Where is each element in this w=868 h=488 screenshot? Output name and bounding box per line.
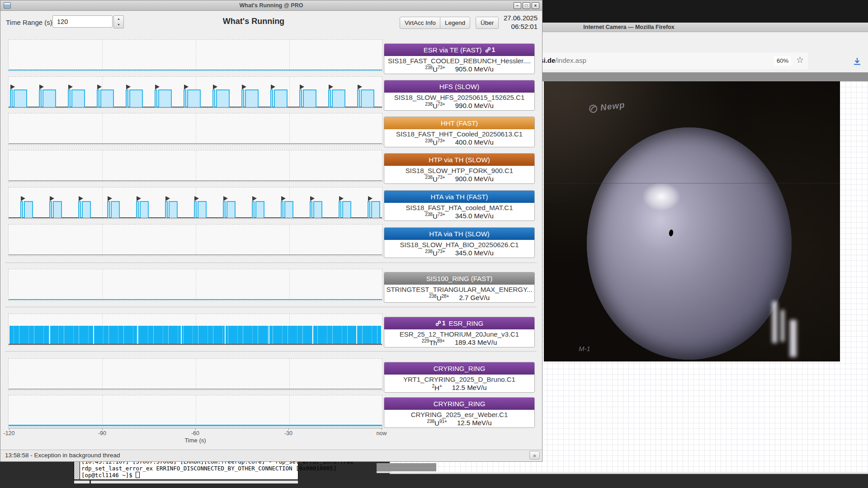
desktop-black-strip <box>542 0 868 23</box>
pattern-name: SIS18_FAST_COOLED_REBUNCH_Hessler.... <box>384 57 534 65</box>
card-header: CRYRING_RING <box>384 398 534 410</box>
card-header: CRYRING_RING <box>384 362 534 375</box>
axis-tick-label: -60 <box>182 430 209 436</box>
date-text: 27.06.2025 <box>504 14 538 23</box>
group-separator <box>5 351 537 352</box>
card-header: HHT (FAST) <box>384 117 534 129</box>
energy-value: 12.5 MeV/u <box>452 384 487 392</box>
card-header: HTP via TH (SLOW) <box>384 154 534 166</box>
energy-value: 345.0 MeV/u <box>455 249 494 257</box>
card-header: HTA via TH (SLOW) <box>384 228 534 240</box>
energy-value: 905.0 MeV/u <box>455 65 494 73</box>
link-icon: 1 <box>435 319 446 327</box>
app-icon <box>4 2 11 9</box>
camera-image: Newp M-1 <box>544 81 840 361</box>
camera-scanline <box>544 183 840 183</box>
energy-value: 900.0 MeV/u <box>455 175 494 183</box>
energy-value: 400.0 MeV/u <box>455 138 494 146</box>
camera-sphere <box>587 127 792 360</box>
card-header: ESR via TE (FAST) 1 <box>384 44 534 56</box>
background-window-titlebar-fragment <box>377 463 436 471</box>
spinner-up-icon[interactable]: ▲ <box>114 16 123 22</box>
terminal-frame-fragment <box>74 480 90 483</box>
zoom-level-badge[interactable]: 60% <box>774 56 791 66</box>
pattern-name: SIS18_SLOW_HFS_20250615_152625.C1 <box>384 94 534 101</box>
whats-running-window: What's Running @ PRO − □ × Time Range (s… <box>0 0 542 462</box>
timeline-row <box>8 269 382 301</box>
pattern-card[interactable]: 1 ESR_RING ESR_25_12_THORIUM_20June_v3.C… <box>384 317 535 347</box>
x-axis-title: Time (s) <box>168 437 222 444</box>
spinner-down-icon[interactable]: ▼ <box>114 22 123 28</box>
timeline-row <box>8 358 382 390</box>
axis-tick-label: now <box>368 430 395 436</box>
pattern-name: SIS18_SLOW_HTA_BIO_20250626.C1 <box>384 241 534 249</box>
timeline-row <box>8 314 382 346</box>
axis-tick-label: -90 <box>89 430 116 436</box>
ion-label: 238U73+ <box>425 249 445 257</box>
maximize-button[interactable]: □ <box>523 2 530 9</box>
timeline-row <box>8 39 382 71</box>
page-title: What's Running <box>190 17 317 26</box>
virtacc-info-button[interactable]: VirtAcc Info <box>400 17 441 29</box>
pattern-card[interactable]: CRYRING_RING CRYRING_2025_esr_Weber.C1 2… <box>384 397 535 428</box>
ion-label: 238U91+ <box>427 419 447 427</box>
card-header: 1 ESR_RING <box>384 317 534 329</box>
camera-light-streak <box>790 320 797 357</box>
about-button[interactable]: Über <box>476 17 499 29</box>
status-message: 13:58:58 - Exception in background threa… <box>5 452 120 459</box>
url-path: /index.asp <box>555 56 586 64</box>
energy-value: 189.43 MeV/u <box>455 338 497 347</box>
pattern-card[interactable]: HFS (SLOW) SIS18_SLOW_HFS_20250615_15262… <box>384 80 535 111</box>
pattern-name: YRT1_CRYRING_2025_D_Bruno.C1 <box>384 375 534 383</box>
timeline-row <box>8 187 382 219</box>
scroll-top-button[interactable]: » <box>529 451 540 460</box>
minimize-button[interactable]: − <box>514 2 521 9</box>
axis-tick-label: -30 <box>275 430 302 436</box>
pattern-card[interactable]: HTA via TH (FAST) SIS18_FAST_HTA_cooled_… <box>384 190 535 221</box>
time-text: 06:52:01 <box>504 23 538 31</box>
axis-tick-label: -120 <box>0 430 23 436</box>
ion-label: 238U28+ <box>429 294 449 302</box>
pattern-name: SIS18_FAST_HHT_Cooled_20250613.C1 <box>384 130 534 138</box>
pattern-name: CRYRING_2025_esr_Weber.C1 <box>384 411 534 418</box>
ion-label: 238U73+ <box>425 212 445 220</box>
terminal-window[interactable]: [10.45.12.107] [57007.57008] [ERROR][com… <box>74 459 298 480</box>
pattern-card[interactable]: CRYRING_RING YRT1_CRYRING_2025_D_Bruno.C… <box>384 362 535 393</box>
timeline-row <box>8 224 382 256</box>
download-icon[interactable] <box>853 57 862 68</box>
legend-button[interactable]: Legend <box>440 17 470 29</box>
timeline-row <box>8 395 382 427</box>
logo-mark-icon <box>588 103 599 114</box>
datetime-display: 27.06.2025 06:52:01 <box>504 14 538 31</box>
card-header: HFS (SLOW) <box>384 80 534 93</box>
bookmark-star-icon[interactable]: ☆ <box>796 55 804 65</box>
pattern-card[interactable]: ESR via TE (FAST) 1 SIS18_FAST_COOLED_RE… <box>384 43 535 74</box>
ion-label: 238U73+ <box>425 175 445 183</box>
camera-glare-highlight <box>642 183 680 211</box>
pattern-card[interactable]: HTA via TH (SLOW) SIS18_SLOW_HTA_BIO_202… <box>384 227 535 258</box>
group-separator <box>5 307 537 307</box>
camera-bottom-label: M-1 <box>579 345 590 352</box>
window-titlebar[interactable]: What's Running @ PRO − □ × <box>0 0 542 11</box>
pattern-name: SIS18_SLOW_HTP_FORK_900.C1 <box>384 167 534 174</box>
url-text[interactable]: gsi.de/index.asp <box>536 56 586 64</box>
time-range-label: Time Range (s): <box>6 19 54 26</box>
time-range-input[interactable]: 120 <box>52 15 113 28</box>
pattern-card[interactable]: HHT (FAST) SIS18_FAST_HHT_Cooled_2025061… <box>384 117 535 147</box>
card-header: SIS100_RING (FAST) <box>384 272 534 285</box>
close-button[interactable]: × <box>532 2 539 9</box>
terminal-scrollbar[interactable] <box>74 460 80 479</box>
pattern-card[interactable]: HTP via TH (SLOW) SIS18_SLOW_HTP_FORK_90… <box>384 153 535 184</box>
pattern-name: STRINGTEST_TRIANGULAR_MAX_ENERGY... <box>384 286 534 293</box>
energy-value: 990.0 MeV/u <box>455 102 494 110</box>
timeline-row <box>8 76 382 108</box>
pattern-card[interactable]: SIS100_RING (FAST) STRINGTEST_TRIANGULAR… <box>384 272 535 303</box>
ion-label: 238U73+ <box>425 138 445 146</box>
timeline-row <box>8 113 382 145</box>
energy-value: 345.0 MeV/u <box>455 212 494 220</box>
ion-label: 238U73+ <box>425 65 445 73</box>
terminal-frame-fragment <box>91 480 298 483</box>
ion-label: 238U73+ <box>425 102 445 110</box>
time-range-spinner[interactable]: ▲ ▼ <box>113 15 124 28</box>
ion-label: 2H+ <box>432 384 442 392</box>
